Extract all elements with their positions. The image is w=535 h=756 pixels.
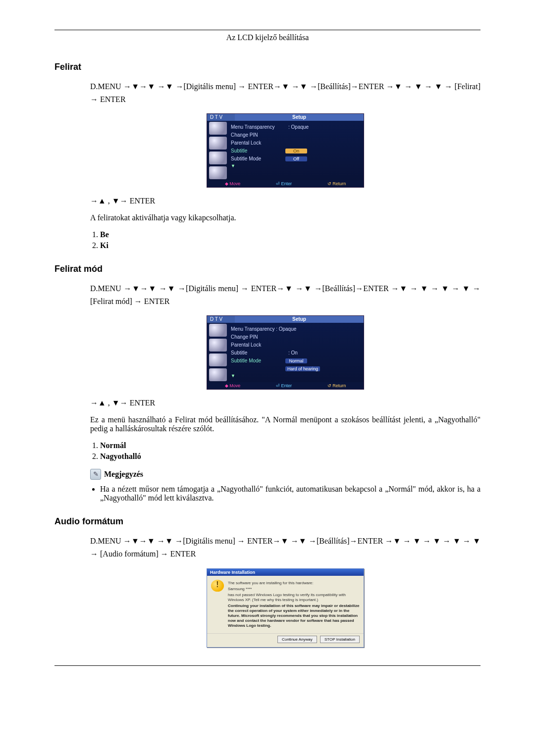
dialog-title: Hardware Installation (207, 569, 364, 576)
osd-more-arrow-icon: ▼ (231, 373, 361, 378)
osd-item: Change PIN (231, 334, 285, 340)
osd-item: Subtitle (231, 350, 285, 355)
page-header: Az LCD kijelző beállítása (54, 33, 481, 42)
osd-option-hoh: Hard of hearing (285, 366, 320, 371)
osd-hint-return: ↺ Return (327, 383, 346, 388)
dialog-text: has not passed Windows Logo testing to v… (228, 593, 360, 603)
post-nav: →▲ , ▼→ ENTER (90, 399, 481, 407)
osd-icon (209, 339, 227, 352)
nav-path-feliratmod: D.MENU →▼→▼ →▼ →[Digitális menu] → ENTER… (90, 282, 481, 307)
option-hoh: Nagyothalló (100, 452, 141, 460)
osd-title: Setup (235, 114, 364, 121)
osd-setup-subtitle: D T V Setup Menu Transparency: Opaque Ch… (207, 113, 364, 188)
section-desc: A feliratokat aktiválhatja vagy kikapcso… (90, 213, 481, 222)
osd-icon (209, 122, 227, 135)
osd-title: Setup (235, 316, 364, 323)
osd-icon (209, 353, 227, 366)
page-body: Az LCD kijelző beállítása Felirat D.MENU… (54, 30, 481, 666)
note-icon: ✎ (90, 469, 101, 480)
nav-path-felirat: D.MENU →▼→▼ →▼ →[Digitális menu] → ENTER… (90, 80, 481, 105)
warning-icon (211, 580, 224, 592)
osd-item: Parental Lock (231, 342, 285, 348)
osd-item: Menu Transparency (231, 124, 285, 130)
osd-hint-enter: ⏎ Enter (276, 383, 292, 388)
osd-value: : Opaque (285, 124, 309, 130)
osd-icon (209, 166, 227, 179)
post-nav: →▲ , ▼→ ENTER (90, 197, 481, 205)
osd-setup-subtitle-mode: D T V Setup Menu Transparency : Opaque C… (207, 315, 364, 390)
osd-icon (209, 151, 227, 164)
osd-more-arrow-icon: ▼ (231, 163, 361, 168)
osd-icon (209, 368, 227, 381)
osd-option-on: On (285, 149, 307, 153)
osd-item: Change PIN (231, 132, 285, 138)
osd-hint-move: ◆ Move (225, 181, 241, 186)
footer-rule (54, 665, 481, 666)
osd-item-selected: Subtitle (231, 148, 285, 153)
osd-icon-column (207, 121, 229, 180)
osd-option-normal: Normal (285, 358, 307, 363)
osd-item: Parental Lock (231, 140, 285, 146)
option-be: Be (100, 230, 109, 239)
osd-item-selected: Subtitle Mode (231, 358, 285, 363)
section-desc: Ez a menü használható a Felirat mód beál… (90, 415, 481, 433)
nav-path-audio: D.MENU →▼→▼ →▼ →[Digitális menu] → ENTER… (90, 535, 481, 560)
dialog-warning-text: Continuing your installation of this sof… (228, 604, 360, 628)
option-normal: Normál (100, 441, 126, 450)
option-ki: Ki (100, 241, 108, 250)
osd-icon (209, 137, 227, 150)
osd-hint-enter: ⏎ Enter (276, 181, 292, 186)
continue-anyway-button[interactable]: Continue Anyway (277, 636, 317, 643)
option-list: Normál Nagyothalló (90, 441, 481, 461)
dialog-text: The software you are installing for this… (228, 581, 360, 586)
osd-icon (209, 324, 227, 337)
osd-value: : On (285, 350, 298, 355)
note-label: Megjegyzés (104, 470, 143, 479)
osd-hint-move: ◆ Move (225, 383, 241, 388)
windows-hardware-dialog: Hardware Installation The software you a… (207, 568, 364, 648)
osd-hint-return: ↺ Return (327, 181, 346, 186)
osd-dtv-label: D T V (207, 114, 235, 121)
section-audio-title: Audio formátum (54, 516, 481, 527)
osd-item: Subtitle Mode (231, 156, 285, 161)
osd-dtv-label: D T V (207, 316, 235, 323)
stop-installation-button[interactable]: STOP Installation (320, 636, 360, 643)
section-felirat-title: Felirat (54, 62, 481, 72)
section-feliratmod-title: Felirat mód (54, 264, 481, 274)
osd-option-off: Off (285, 156, 307, 161)
option-list: Be Ki (90, 230, 481, 250)
note-bullet: Ha a nézett műsor nem támogatja a „Nagyo… (100, 485, 481, 503)
osd-item: Menu Transparency : Opaque (231, 326, 296, 332)
dialog-text: Samsung **** (228, 587, 360, 592)
osd-icon-column (207, 323, 229, 382)
